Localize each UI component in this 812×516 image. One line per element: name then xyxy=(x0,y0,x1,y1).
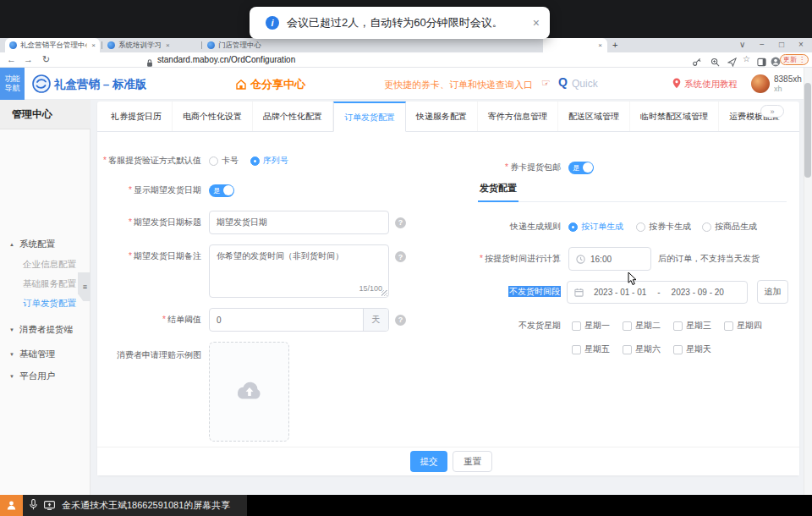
tab-temp-banned-area-management[interactable]: 临时禁配区域管理 xyxy=(630,102,719,131)
checkbox-monday[interactable]: 星期一 xyxy=(568,320,619,332)
screen-share-icon[interactable] xyxy=(44,498,55,513)
pickup-time-input[interactable]: 16:00 xyxy=(568,247,651,271)
checkbox-saturday[interactable]: 星期六 xyxy=(619,343,670,355)
tab-voucher-pickup-calendar[interactable]: 礼券提货日历 xyxy=(101,102,173,131)
checkbox-icon xyxy=(673,345,683,354)
sidebar-item-basic-service[interactable]: 基础服务配置 xyxy=(0,277,91,290)
help-icon[interactable]: ? xyxy=(395,251,406,262)
checkbox-label: 星期二 xyxy=(635,320,661,332)
claim-example-upload[interactable] xyxy=(209,342,289,442)
reload-icon[interactable]: ↻ xyxy=(42,54,50,65)
quick-search-icon[interactable]: Q xyxy=(558,75,568,89)
radio-generate-by-order[interactable] xyxy=(568,222,578,232)
sidebar-item-label: 基础管理 xyxy=(19,349,55,360)
mic-icon[interactable] xyxy=(30,498,37,513)
input-value: 期望发货日期 xyxy=(217,217,267,228)
quick-search-label[interactable]: Quick xyxy=(572,78,598,90)
share-center-label: 仓分享中心 xyxy=(250,77,305,92)
sidebar-item-consumer-pickup[interactable]: ▼ 消费者提货端 xyxy=(0,323,91,336)
window-maximize-button[interactable]: □ xyxy=(779,40,784,49)
back-icon[interactable]: ← xyxy=(7,54,16,64)
radio-card-number[interactable] xyxy=(209,156,218,166)
radio-generate-by-voucher[interactable] xyxy=(636,222,645,232)
sidebar-item-platform-users[interactable]: ▼ 平台用户 xyxy=(0,370,91,382)
pickup-time-suffix-text: 后的订单，不支持当天发货 xyxy=(658,253,760,265)
checkbox-wednesday[interactable]: 星期三 xyxy=(670,320,721,332)
radio-label[interactable]: 序列号 xyxy=(263,155,288,167)
warehouse-share-center-link[interactable]: 仓分享中心 xyxy=(235,77,305,92)
submit-button[interactable]: 提交 xyxy=(410,451,447,472)
tab-close-icon[interactable]: × xyxy=(598,41,602,49)
expected-date-note-textarea[interactable]: 你希望的发货时间（非到货时间） 15/100 xyxy=(209,244,389,298)
sidebar-item-label: 订单发货配置 xyxy=(23,298,76,310)
tab-close-icon[interactable]: × xyxy=(166,41,170,49)
close-threshold-input[interactable]: 0 天 xyxy=(209,308,389,332)
tab-express-service-config[interactable]: 快递服务配置 xyxy=(406,102,478,131)
sidebar-item-enterprise-info[interactable]: 企业信息配置 xyxy=(0,258,91,271)
no-ship-weekday-row-1: 不发货星期 星期一 星期二 星期三 星期四 xyxy=(457,319,771,332)
window-minimize-button[interactable]: − xyxy=(760,40,765,49)
forward-icon[interactable]: → xyxy=(24,54,33,64)
radio-serial-number[interactable] xyxy=(250,156,260,166)
browser-tab-partial[interactable]: × xyxy=(543,38,607,52)
window-close-button[interactable]: × xyxy=(798,40,804,49)
browser-tab-title: 系统培训学习 xyxy=(118,41,162,51)
toggle-on-label: 是 xyxy=(213,186,220,195)
reset-button[interactable]: 重置 xyxy=(453,451,492,472)
home-icon xyxy=(235,79,247,91)
expected-date-title-input[interactable]: 期望发货日期 xyxy=(209,211,389,234)
nav-label-line2: 导航 xyxy=(5,84,20,93)
field-label: 消费者申请理赔示例图 xyxy=(97,349,201,361)
tab-sender-info-management[interactable]: 寄件方信息管理 xyxy=(478,102,558,131)
new-tab-button[interactable]: + xyxy=(612,40,617,50)
tab-ecommerce-personalization[interactable]: 电商个性化设置 xyxy=(173,102,253,131)
checkbox-sunday[interactable]: 星期天 xyxy=(670,343,721,355)
bookmark-star-icon[interactable]: ☆ xyxy=(743,54,750,63)
free-shipping-toggle[interactable]: 是 xyxy=(568,162,594,174)
tab-search-chevron-icon[interactable]: ∨ xyxy=(739,40,745,49)
sidebar-item-label: 基础服务配置 xyxy=(23,278,76,290)
radio-generate-by-product[interactable] xyxy=(702,222,711,232)
append-period-button[interactable]: 追加 xyxy=(757,280,788,304)
tab-order-shipping-config[interactable]: 订单发货配置 xyxy=(333,102,406,132)
radio-label[interactable]: 按券卡生成 xyxy=(649,221,691,233)
checkbox-tuesday[interactable]: 星期二 xyxy=(619,320,670,332)
checkbox-icon xyxy=(623,345,632,354)
participant-icon[interactable] xyxy=(0,495,23,516)
no-ship-weekday-row-2: 星期五 星期六 星期天 xyxy=(457,343,721,356)
divider xyxy=(0,129,91,129)
user-avatar[interactable] xyxy=(751,74,770,93)
browser-tab[interactable]: 系统培训学习 × xyxy=(103,38,200,52)
date-end-value: 2023 - 09 - 20 xyxy=(672,288,724,297)
sidebar-item-basic-management[interactable]: ▼ 基础管理 xyxy=(0,348,91,360)
scrollbar-thumb[interactable] xyxy=(804,83,811,178)
checkbox-friday[interactable]: 星期五 xyxy=(568,343,619,355)
checkbox-thursday[interactable]: 星期四 xyxy=(721,320,771,332)
no-ship-date-range-input[interactable]: 2023 - 01 - 01 - 2023 - 09 - 20 xyxy=(567,281,748,304)
browser-tab-active[interactable]: 礼盒营销平台管理中心 × xyxy=(5,38,100,52)
calendar-icon xyxy=(574,288,584,297)
resize-handle-icon[interactable] xyxy=(381,290,387,296)
browser-tab[interactable]: 门店管理中心 xyxy=(203,38,296,52)
radio-label[interactable]: 按订单生成 xyxy=(581,221,623,233)
more-tabs-button[interactable]: » xyxy=(760,105,784,118)
app-title: 礼盒营销 – 标准版 xyxy=(54,77,147,92)
field-label: 券卡提货包邮 xyxy=(457,162,561,173)
radio-label[interactable]: 按商品生成 xyxy=(715,221,757,233)
tab-brand-personalization[interactable]: 品牌个性化配置 xyxy=(253,102,333,131)
radio-label[interactable]: 卡号 xyxy=(222,155,239,167)
tab-close-icon[interactable]: × xyxy=(91,41,96,49)
url-text[interactable]: standard.maboy.cn/OrdConfiguration xyxy=(157,55,295,64)
browser-update-badge[interactable]: 更新 ⋮ xyxy=(780,54,809,65)
tab-delivery-area-management[interactable]: 配送区域管理 xyxy=(558,102,630,131)
sidebar-item-order-shipping-config[interactable]: 订单发货配置 xyxy=(0,297,91,310)
show-expected-date-toggle[interactable]: 是 xyxy=(209,184,234,197)
field-label: 客服提货验证方式默认值 xyxy=(97,155,201,167)
close-icon[interactable]: × xyxy=(533,16,540,30)
sidebar-item-system-config[interactable]: ▲ 系统配置 xyxy=(0,238,91,250)
help-icon[interactable]: ? xyxy=(395,315,406,326)
help-icon[interactable]: ? xyxy=(395,217,406,228)
checkbox-icon xyxy=(572,345,581,354)
function-nav-button[interactable]: 功能 导航 xyxy=(0,68,25,100)
system-tutorial-link[interactable]: 系统使用教程 xyxy=(684,79,738,91)
